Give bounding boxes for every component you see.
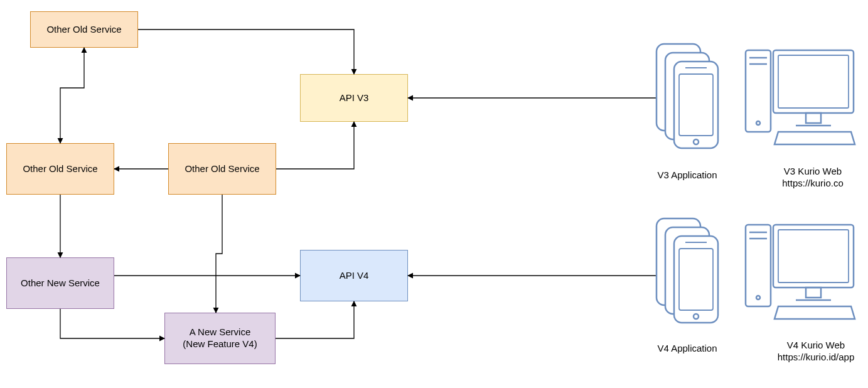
svg-rect-3	[679, 74, 713, 136]
svg-point-19	[694, 314, 699, 319]
svg-rect-17	[679, 249, 713, 310]
node-label: Other Old Service	[185, 163, 259, 175]
desktop-icon-v4	[746, 225, 855, 319]
node-label: Other New Service	[21, 278, 100, 289]
node-new-service-feature-v4: A New Service (New Feature V4)	[164, 313, 276, 364]
label-v3-application: V3 Application	[643, 156, 731, 181]
svg-rect-6	[746, 50, 771, 132]
edge-old-svc-mid-to-new-feature	[216, 195, 222, 313]
edge-old-svc-mid-to-api-v3	[276, 122, 354, 169]
svg-rect-25	[778, 230, 849, 283]
edge-old-svc-top-to-api-v3	[138, 30, 354, 74]
node-other-old-service-top: Other Old Service	[30, 11, 138, 48]
svg-rect-2	[674, 62, 718, 148]
node-other-old-service-left: Other Old Service	[6, 143, 114, 195]
node-other-new-service: Other New Service	[6, 257, 114, 309]
node-label: Other Old Service	[23, 163, 97, 175]
svg-rect-26	[806, 288, 821, 298]
phones-icon-v3	[656, 44, 718, 148]
diagram-canvas: Other Old Service Other Old Service Othe…	[0, 0, 868, 388]
label-v3-kurio-web: V3 Kurio Web https://kurio.co	[763, 153, 863, 190]
label-v4-application: V4 Application	[643, 330, 731, 354]
node-other-old-service-mid: Other Old Service	[168, 143, 276, 195]
node-label: API V3	[340, 92, 369, 104]
svg-rect-1	[665, 53, 709, 139]
node-label: API V4	[340, 270, 369, 282]
node-api-v3: API V3	[300, 74, 408, 122]
svg-rect-11	[778, 55, 849, 108]
svg-rect-10	[773, 50, 854, 113]
svg-point-5	[694, 139, 699, 144]
svg-rect-24	[773, 225, 854, 288]
svg-point-23	[756, 296, 760, 299]
node-label: A New Service (New Feature V4)	[183, 326, 257, 350]
svg-rect-12	[806, 113, 821, 123]
label-v4-kurio-web: V4 Kurio Web https://kurio.id/app	[763, 326, 868, 364]
svg-rect-16	[674, 236, 718, 323]
edge-new-svc-to-new-feature	[60, 309, 164, 338]
edge-new-feature-to-api-v4	[276, 301, 354, 338]
desktop-icon-v3	[746, 50, 855, 144]
svg-point-9	[756, 121, 760, 125]
svg-rect-15	[665, 227, 709, 314]
phones-icon-v4	[656, 218, 718, 323]
node-api-v4: API V4	[300, 250, 408, 301]
svg-rect-0	[656, 44, 700, 131]
edge-old-svc-left-to-top	[60, 48, 84, 143]
svg-rect-14	[656, 218, 700, 305]
node-label: Other Old Service	[46, 24, 121, 36]
svg-rect-20	[746, 225, 771, 306]
